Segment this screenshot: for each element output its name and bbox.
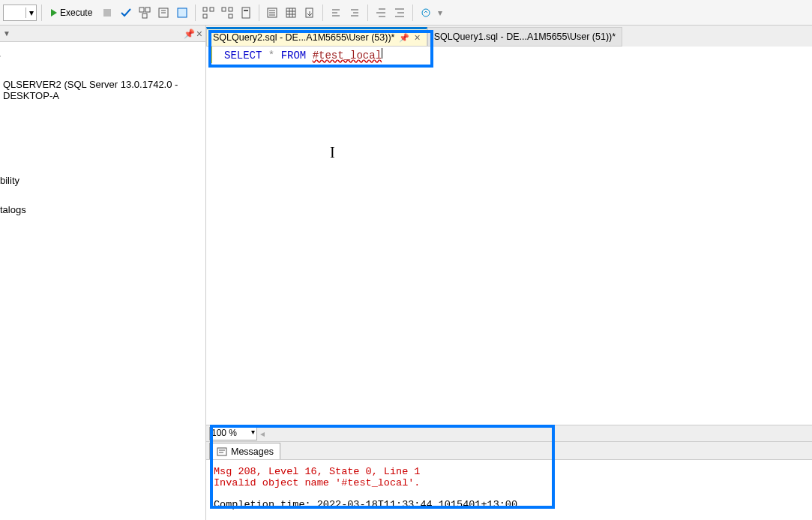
execute-label: Execute [60, 8, 92, 18]
tab-sqlquery2[interactable]: SQLQuery2.sql - DE...A1M5655\User (53))*… [206, 27, 427, 47]
close-icon[interactable]: × [196, 28, 202, 40]
svg-rect-7 [203, 8, 207, 11]
uncomment-icon [349, 7, 361, 19]
svg-rect-38 [217, 448, 226, 455]
query-options-button[interactable] [155, 5, 172, 21]
scroll-left-icon[interactable]: ◂ [260, 428, 265, 439]
svg-rect-13 [242, 8, 250, 18]
intellisense-icon [176, 7, 188, 19]
stop-button[interactable] [99, 5, 115, 21]
decrease-indent-button[interactable] [373, 5, 389, 21]
execute-button[interactable]: Execute [46, 4, 97, 22]
include-plan-button[interactable] [200, 5, 217, 21]
tab-label: SQLQuery1.sql - DE...A1M5655\User (51))* [434, 32, 616, 42]
server-node[interactable]: QLSERVER2 (SQL Server 13.0.1742.0 - DESK… [0, 77, 205, 103]
error-message-line: Invalid object name '#test_local'. [214, 477, 805, 488]
svg-rect-14 [244, 10, 248, 11]
svg-rect-19 [286, 8, 295, 17]
text-cursor-icon: I [330, 144, 335, 161]
messages-icon [216, 446, 228, 458]
check-icon [120, 7, 132, 19]
code-line: SELECT * FROM #test_local [206, 47, 812, 63]
svg-rect-9 [203, 14, 207, 18]
parse-button[interactable] [118, 5, 134, 21]
results-file-button[interactable] [301, 5, 318, 21]
svg-rect-2 [142, 14, 147, 18]
svg-rect-10 [222, 8, 226, 11]
sidebar-header: ▼ 📌 × [0, 26, 205, 42]
zoom-selector[interactable]: 100 % ▾ [209, 427, 257, 440]
stats-icon [221, 7, 233, 19]
object-explorer: ▼ 📌 × ⏦ QLSERVER2 (SQL Server 13.0.1742.… [0, 26, 206, 520]
client-stats-button[interactable] [238, 5, 254, 21]
specify-values-button[interactable] [418, 5, 434, 21]
chevron-down-icon: ▾ [25, 8, 36, 18]
grid-results-icon [285, 7, 297, 19]
error-message-line: Msg 208, Level 16, State 0, Line 1 [214, 466, 805, 477]
editor-tabs: SQLQuery2.sql - DE...A1M5655\User (53))*… [206, 26, 812, 47]
pin-icon[interactable]: 📌 [184, 29, 195, 39]
results-pane: Messages Msg 208, Level 16, State 0, Lin… [206, 441, 812, 520]
pin-icon[interactable]: 📌 [399, 33, 409, 43]
stop-icon [103, 9, 111, 17]
comment-icon [330, 7, 342, 19]
text-results-icon [266, 7, 278, 19]
results-grid-button[interactable] [283, 5, 299, 21]
svg-point-37 [422, 9, 430, 17]
chevron-down-icon: ▾ [251, 428, 255, 436]
increase-indent-button[interactable] [391, 5, 408, 21]
svg-rect-11 [229, 8, 232, 11]
options-icon [157, 7, 169, 19]
toolbar: ▾ Execute [0, 0, 812, 26]
plan-icon [139, 7, 151, 19]
database-selector[interactable]: ▾ [3, 5, 37, 21]
svg-rect-1 [145, 8, 150, 12]
close-icon[interactable]: × [414, 32, 420, 44]
display-plan-button[interactable] [136, 5, 153, 21]
uncomment-button[interactable] [346, 5, 363, 21]
intellisense-button[interactable] [174, 5, 190, 21]
file-results-icon [304, 7, 316, 19]
indent-icon [394, 7, 406, 19]
svg-rect-0 [139, 8, 144, 12]
tree-item-catalogs[interactable]: talogs [0, 203, 205, 217]
comment-button[interactable] [328, 5, 344, 21]
messages-body[interactable]: Msg 208, Level 16, State 0, Line 1 Inval… [206, 460, 812, 520]
zoom-bar: 100 % ▾ ◂ [206, 425, 812, 441]
toolbar-overflow[interactable]: ▾ [438, 8, 442, 18]
tree-item-availability[interactable]: bility [0, 173, 205, 188]
tab-sqlquery1[interactable]: SQLQuery1.sql - DE...A1M5655\User (51))* [427, 27, 622, 47]
activity-monitor-icon: ⏦ [0, 48, 205, 64]
doc-icon [240, 7, 252, 19]
results-text-button[interactable] [264, 5, 280, 21]
template-icon [420, 7, 432, 19]
completion-time: Completion time: 2022-03-18T11:33:44.101… [214, 499, 805, 510]
chevron-down-icon[interactable]: ▼ [3, 29, 10, 38]
sql-editor[interactable]: SELECT * FROM #test_local I [206, 47, 812, 425]
svg-rect-6 [178, 8, 187, 17]
svg-rect-12 [229, 14, 232, 18]
tree-icon [202, 7, 214, 19]
outdent-icon [375, 7, 387, 19]
play-icon [51, 9, 57, 17]
svg-rect-8 [210, 8, 214, 11]
messages-tab[interactable]: Messages [209, 443, 280, 459]
tab-label: SQLQuery2.sql - DE...A1M5655\User (53))* [213, 32, 394, 43]
live-stats-button[interactable] [219, 5, 235, 21]
